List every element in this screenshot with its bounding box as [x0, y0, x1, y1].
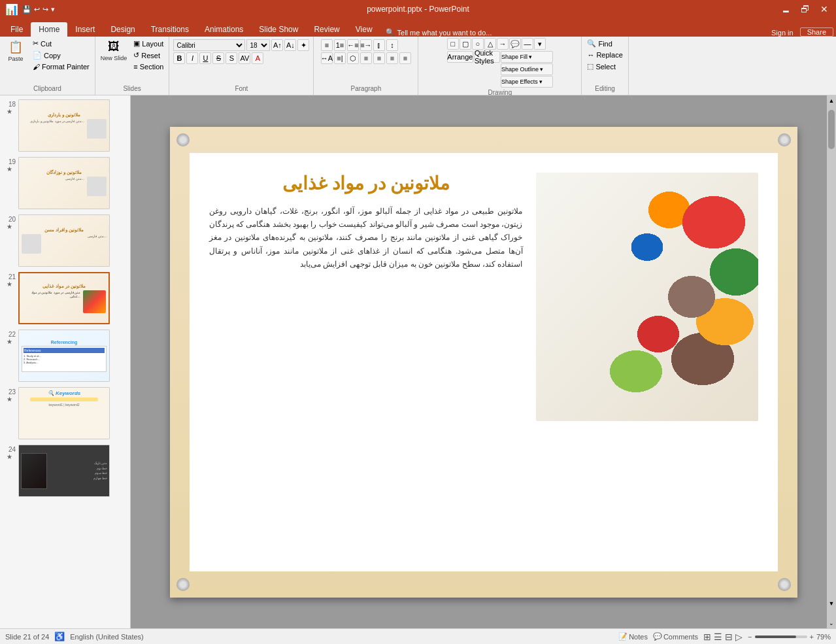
notes-button[interactable]: 📝 Notes — [618, 632, 648, 641]
reset-button[interactable]: ↺ Reset — [131, 50, 166, 61]
slide-canvas[interactable]: ملاتونین در مواد غذایی ملاتونین طبیعی در… — [170, 127, 797, 598]
restore-button[interactable]: 🗗 — [798, 4, 812, 14]
clear-format-button[interactable]: ✦ — [297, 39, 309, 51]
slide-thumb-23[interactable]: 23 ★ 🔍 Keywords keyword1 | keyword2 — [3, 386, 127, 441]
new-slide-button[interactable]: 🖼 New Slide — [98, 38, 130, 63]
canvas-scrollbar[interactable]: ▲ ▼ ⌄ — [827, 95, 836, 628]
redo-button[interactable]: ↪ — [42, 5, 48, 14]
shape-triangle[interactable]: △ — [484, 38, 496, 50]
tab-review[interactable]: Review — [306, 22, 347, 37]
slide-thumb-22[interactable]: 22 ★ Referencing References 1. Study et … — [3, 328, 127, 383]
scroll-up-button[interactable]: ▲ — [827, 95, 836, 106]
slide-thumb-21[interactable]: 21 ★ ملاتونین در مواد غذایی متن فارسی در… — [3, 271, 127, 326]
shape-more[interactable]: ▾ — [534, 38, 546, 50]
thumb-img-24[interactable]: متن تاریکخط دومخط سومخط چهارم — [18, 445, 110, 497]
tab-home[interactable]: Home — [31, 22, 67, 37]
shape-callout[interactable]: 💬 — [509, 38, 521, 50]
increase-indent-button[interactable]: ≡→ — [360, 39, 372, 51]
underline-button[interactable]: U — [199, 52, 211, 64]
tab-design[interactable]: Design — [103, 22, 142, 37]
sign-in[interactable]: Sign in — [765, 29, 800, 37]
copy-button[interactable]: 📄Copy — [30, 50, 92, 61]
outline-view-button[interactable]: ☰ — [714, 632, 722, 642]
thumb-img-21[interactable]: ملاتونین در مواد غذایی متن فارسی در مورد… — [18, 272, 110, 324]
tab-view[interactable]: View — [348, 22, 380, 37]
shape-line[interactable]: — — [522, 38, 533, 50]
tab-insert[interactable]: Insert — [67, 22, 103, 37]
save-button[interactable]: 💾 — [22, 5, 31, 14]
shape-arrow[interactable]: → — [497, 38, 509, 50]
slide-thumb-19[interactable]: 19 ★ ملاتونین و نوزادگان متن فارسی... — [3, 156, 127, 211]
align-left-button[interactable]: ≡ — [360, 52, 372, 64]
shape-ellipse[interactable]: ○ — [472, 38, 484, 50]
strikethrough-button[interactable]: S — [212, 52, 224, 64]
share-button[interactable]: Share — [800, 27, 833, 37]
columns-button[interactable]: ⫿ — [373, 39, 385, 51]
convert-smartart-button[interactable]: ⬡ — [347, 52, 359, 64]
tab-transitions[interactable]: Transitions — [143, 22, 197, 37]
normal-view-button[interactable]: ⊞ — [703, 632, 711, 642]
tab-file[interactable]: File — [3, 22, 31, 37]
justify-button[interactable]: ≡ — [399, 52, 411, 64]
tab-slideshow[interactable]: Slide Show — [251, 22, 306, 37]
format-painter-button[interactable]: 🖌Format Painter — [30, 61, 92, 72]
center-button[interactable]: ≡ — [373, 52, 385, 64]
select-button[interactable]: ⬚Select — [584, 61, 625, 72]
align-text-button[interactable]: ≡| — [334, 52, 346, 64]
slides-panel[interactable]: 18 ★ ملاتونین و بارداری متن فارسی در مور… — [0, 95, 131, 628]
thumb-img-23[interactable]: 🔍 Keywords keyword1 | keyword2 — [18, 387, 110, 439]
text-dir-button[interactable]: ↔A — [321, 52, 333, 64]
scroll-bottom-button[interactable]: ⌄ — [827, 618, 836, 628]
font-grow-button[interactable]: A↑ — [271, 39, 283, 51]
customize-button[interactable]: ▾ — [51, 5, 55, 14]
bullets-button[interactable]: ≡ — [321, 39, 333, 51]
shape-rect[interactable]: □ — [447, 38, 459, 50]
minimize-button[interactable]: 🗕 — [778, 4, 793, 14]
line-spacing-button[interactable]: ↕ — [386, 39, 398, 51]
reading-view-button[interactable]: ▷ — [735, 632, 743, 642]
section-button[interactable]: ≡ Section — [131, 61, 166, 72]
decrease-indent-button[interactable]: ←≡ — [347, 39, 359, 51]
slide-sorter-button[interactable]: ⊟ — [725, 632, 733, 642]
numbering-button[interactable]: 1≡ — [334, 39, 346, 51]
shape-round-rect[interactable]: ▢ — [460, 38, 471, 50]
find-button[interactable]: 🔍Find — [584, 38, 625, 49]
slide-thumb-20[interactable]: 20 ★ ملاتونین و افراد مسن متن فارسی... — [3, 213, 127, 268]
thumb-img-18[interactable]: ملاتونین و بارداری متن فارسی در مورد ملا… — [18, 99, 110, 152]
char-spacing-button[interactable]: AV — [239, 52, 250, 64]
thumb-img-19[interactable]: ملاتونین و نوزادگان متن فارسی... — [18, 157, 110, 209]
align-right-button[interactable]: ≡ — [386, 52, 398, 64]
paste-button[interactable]: 📋 Paste — [3, 38, 29, 64]
slide-text-area[interactable]: ملاتونین در مواد غذایی ملاتونین طبیعی در… — [209, 173, 523, 552]
zoom-in-button[interactable]: + — [810, 633, 814, 641]
font-family-select[interactable]: Calibri — [173, 39, 245, 51]
quick-styles-button[interactable]: Quick Styles — [474, 51, 500, 63]
scroll-thumb[interactable] — [828, 110, 835, 149]
close-button[interactable]: ✕ — [818, 4, 831, 14]
shadow-button[interactable]: S — [226, 52, 237, 64]
thumb-img-20[interactable]: ملاتونین و افراد مسن متن فارسی... — [18, 214, 110, 267]
undo-button[interactable]: ↩ — [34, 5, 40, 14]
comments-button[interactable]: 💬 Comments — [653, 632, 698, 641]
tab-animations[interactable]: Animations — [197, 22, 251, 37]
bold-button[interactable]: B — [173, 52, 185, 64]
shape-fill-button[interactable]: Shape Fill ▾ — [501, 51, 553, 63]
slide-thumb-18[interactable]: 18 ★ ملاتونین و بارداری متن فارسی در مور… — [3, 98, 127, 153]
tell-me[interactable]: 🔍 Tell me what you want to do... — [380, 28, 765, 37]
font-shrink-button[interactable]: A↓ — [284, 39, 296, 51]
slide-thumb-24[interactable]: 24 ★ متن تاریکخط دومخط سومخط چهارم — [3, 443, 127, 498]
shape-outline-button[interactable]: Shape Outline ▾ — [501, 63, 553, 75]
arrange-button[interactable]: Arrange — [447, 51, 473, 63]
zoom-slider[interactable] — [755, 636, 807, 638]
cut-button[interactable]: ✂Cut — [30, 38, 92, 49]
zoom-out-button[interactable]: − — [748, 633, 752, 641]
italic-button[interactable]: I — [186, 52, 198, 64]
layout-button[interactable]: ▣ Layout — [131, 38, 166, 49]
thumb-img-22[interactable]: Referencing References 1. Study et al...… — [18, 330, 110, 382]
shape-effects-button[interactable]: Shape Effects ▾ — [501, 76, 553, 88]
font-size-select[interactable]: 18 — [246, 39, 270, 51]
replace-button[interactable]: ↔Replace — [584, 50, 625, 60]
scroll-down-button[interactable]: ▼ — [827, 598, 836, 609]
accessibility-icon[interactable]: ♿ — [54, 632, 65, 641]
font-color-button[interactable]: A — [252, 52, 263, 64]
